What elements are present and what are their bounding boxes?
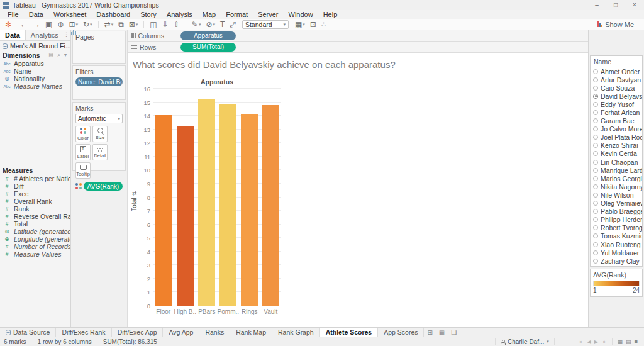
tooltip-button[interactable]: Tooltip xyxy=(75,162,91,179)
menu-help[interactable]: Help xyxy=(318,10,343,19)
x-axis-label[interactable]: High B.. xyxy=(174,308,197,315)
measure--athletes-per-nation[interactable]: ## Athletes per Nation xyxy=(0,175,70,182)
avg-rank-pill[interactable]: AVG(Rank) xyxy=(84,182,123,191)
sort-icon[interactable]: ⇅ xyxy=(131,191,138,196)
radio-icon[interactable] xyxy=(593,193,598,198)
radio-icon[interactable] xyxy=(593,168,598,173)
name-radio-garam-bae[interactable]: Garam Bae xyxy=(593,117,642,125)
name-radio-eddy-yusof[interactable]: Eddy Yusof xyxy=(593,100,642,108)
name-radio-jo-calvo-moreno[interactable]: Jo Calvo Moreno xyxy=(593,125,642,133)
show-hide-cards-icon[interactable]: ▦▾ xyxy=(292,20,308,30)
name-radio-manrique-lard-[interactable]: Manrique Lard... xyxy=(593,166,642,174)
menu-window[interactable]: Window xyxy=(284,10,318,19)
name-radio-robert-tvorogal[interactable]: Robert Tvorogal xyxy=(593,224,642,232)
save-icon[interactable]: ▣ xyxy=(43,20,55,30)
radio-icon[interactable] xyxy=(593,225,598,230)
refresh-icon[interactable]: ↻▾ xyxy=(80,20,95,30)
name-radio-ahmet-onder[interactable]: Ahmet Onder xyxy=(593,67,642,75)
bar-pbars[interactable] xyxy=(198,99,215,306)
radio-icon[interactable] xyxy=(593,184,598,189)
name-radio-kevin-cerda[interactable]: Kevin Cerda xyxy=(593,150,642,158)
radio-icon[interactable] xyxy=(593,126,598,131)
filter-pill-name-david[interactable]: Name: David Be.. xyxy=(75,77,123,86)
dimension-name[interactable]: AbcName xyxy=(0,67,70,75)
menu-worksheet[interactable]: Worksheet xyxy=(48,10,91,19)
name-radio-marios-georgiou[interactable]: Marios Georgiou xyxy=(593,174,642,182)
menu-format[interactable]: Format xyxy=(221,10,253,19)
close-icon[interactable]: × xyxy=(625,0,644,10)
bar-vault[interactable] xyxy=(262,105,279,306)
radio-icon[interactable] xyxy=(593,110,598,115)
fit-axis-icon[interactable]: ⤢ xyxy=(227,20,238,30)
measure-rank[interactable]: #Rank xyxy=(0,205,70,213)
name-radio-artur-davtyan[interactable]: Artur Davtyan xyxy=(593,75,642,84)
fit-mode-dropdown[interactable]: Standard ▾ xyxy=(242,20,289,29)
new-datasource-icon[interactable]: ⊕ xyxy=(55,20,66,30)
prev-sheet-icon[interactable]: ◀ xyxy=(587,339,591,345)
x-axis-label[interactable]: Pomm.. xyxy=(218,308,239,315)
member-icon[interactable]: ⊘▾ xyxy=(203,20,218,30)
radio-icon[interactable] xyxy=(593,160,598,165)
back-icon[interactable]: ← xyxy=(18,20,30,30)
sort-descending-icon[interactable]: ⇧ xyxy=(171,20,182,30)
bar-floor[interactable] xyxy=(155,115,172,306)
legend-gradient-bar[interactable] xyxy=(593,281,640,286)
name-radio-nikita-nagornyy[interactable]: Nikita Nagornyy xyxy=(593,182,642,191)
maximize-icon[interactable]: □ xyxy=(606,0,625,10)
menu-analysis[interactable]: Analysis xyxy=(162,10,197,19)
sheet-tab-diff-exec-app[interactable]: Diff/Exec App xyxy=(112,328,164,337)
apparatus-pill[interactable]: Apparatus xyxy=(180,31,236,40)
dimension-nationality[interactable]: ⊕Nationality xyxy=(0,75,70,82)
name-radio-xiao-ruoteng[interactable]: Xiao Ruoteng xyxy=(593,240,642,248)
x-axis-label[interactable]: PBars xyxy=(196,308,218,315)
radio-icon[interactable] xyxy=(593,250,598,255)
sheet-tab-app-scores[interactable]: App Scores xyxy=(378,328,424,337)
bar-highb[interactable] xyxy=(177,126,194,306)
filters-card[interactable]: Filters Name: David Be.. xyxy=(72,65,126,100)
sheet-tab-avg-app[interactable]: Avg App xyxy=(163,328,199,337)
pane-menu-icon[interactable]: ⋮ xyxy=(64,30,72,40)
radio-icon[interactable] xyxy=(593,242,598,247)
radio-icon[interactable] xyxy=(593,86,598,91)
show-tabs-icon[interactable]: ▦ xyxy=(618,338,623,345)
sheet-tab-data-source[interactable]: Data Source xyxy=(0,328,56,337)
columns-shelf[interactable]: Columns Apparatus xyxy=(127,30,588,42)
show-sheet-icon[interactable]: ■ xyxy=(635,338,638,345)
name-radio-oleg-verniaiev[interactable]: Oleg Verniaiev xyxy=(593,199,642,208)
radio-icon[interactable] xyxy=(593,176,598,181)
group-icon[interactable]: ◫ xyxy=(147,20,159,30)
name-radio-zachary-clay[interactable]: Zachary Clay xyxy=(593,257,642,265)
y-axis[interactable]: Total ⇅ xyxy=(133,89,140,306)
name-radio-joel-plata-rodr-[interactable]: Joel Plata Rodr... xyxy=(593,133,642,142)
menu-map[interactable]: Map xyxy=(197,10,221,19)
name-radio-nile-wilson[interactable]: Nile Wilson xyxy=(593,191,642,199)
radio-icon[interactable] xyxy=(593,118,598,123)
tab-data[interactable]: Data xyxy=(0,30,26,40)
tableau-toolbar-logo-icon[interactable]: ✻ xyxy=(5,20,11,29)
menu-dashboard[interactable]: Dashboard xyxy=(91,10,135,19)
name-radio-ferhat-arican[interactable]: Ferhat Arican xyxy=(593,108,642,116)
radio-icon[interactable] xyxy=(593,135,598,140)
sheet-tab-ranks[interactable]: Ranks xyxy=(199,328,230,337)
last-sheet-icon[interactable]: ⇥ xyxy=(601,339,606,345)
measure-latitude-generated-[interactable]: ⊕Latitude (generated) xyxy=(0,228,70,235)
bar-pomm[interactable] xyxy=(219,104,236,306)
rows-shelf[interactable]: Rows SUM(Total) xyxy=(127,42,588,53)
duplicate-icon[interactable]: ⧉ xyxy=(116,20,126,30)
radio-icon[interactable] xyxy=(593,102,598,107)
new-worksheet-icon[interactable]: ⊞ xyxy=(424,328,435,337)
measure-longitude-generate-[interactable]: ⊕Longitude (generate... xyxy=(0,235,70,243)
measure-overall-rank[interactable]: #Overall Rank xyxy=(0,198,70,205)
measure-measure-values[interactable]: #Measure Values xyxy=(0,250,70,258)
measure-reverse-overall-rank[interactable]: #Reverse Overall Rank xyxy=(0,213,70,220)
measure-number-of-records[interactable]: #Number of Records xyxy=(0,243,70,250)
forward-icon[interactable]: → xyxy=(30,20,43,30)
sheet-tab-rank-map[interactable]: Rank Map xyxy=(230,328,272,337)
pages-card[interactable]: Pages xyxy=(72,31,126,64)
sheet-tab-diff-exec-rank[interactable]: Diff/Exec Rank xyxy=(56,328,111,337)
measure-diff[interactable]: #Diff xyxy=(0,182,70,190)
share-icon[interactable]: ∴ xyxy=(319,20,329,30)
label-button[interactable]: T Label xyxy=(75,144,91,160)
radio-icon[interactable] xyxy=(593,201,598,206)
first-sheet-icon[interactable]: ⇤ xyxy=(580,339,584,345)
